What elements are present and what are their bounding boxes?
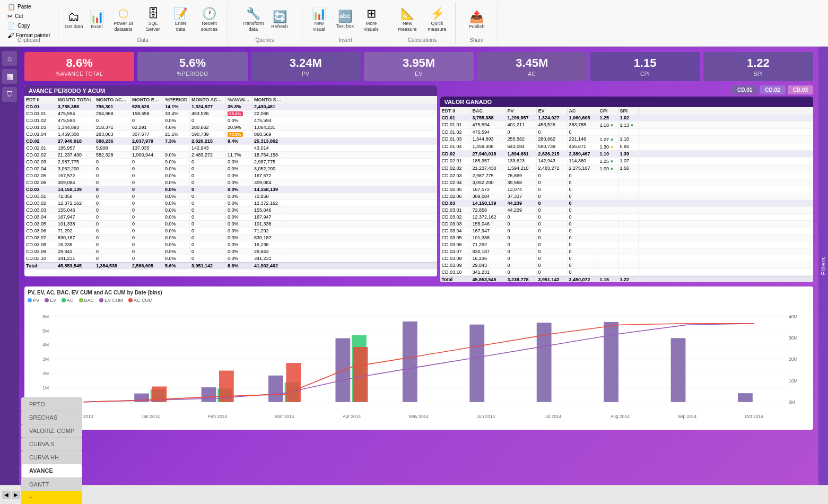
- row-id: CD.02.03: [24, 159, 56, 165]
- more-visuals-button[interactable]: ⊞ More visuals: [358, 7, 385, 33]
- table-row: CD.03.04 167,947 0 0 0: [440, 228, 813, 234]
- row-id: CD.01.01: [24, 110, 56, 117]
- tab-avance[interactable]: AVANCE: [21, 464, 82, 477]
- sidebar-model-icon[interactable]: ⛉: [2, 87, 17, 102]
- copy-button[interactable]: 📄 Copy: [5, 22, 53, 30]
- table-row: CD.02.06 309,084 0 0 0.0% 0 0.0% 309,084: [24, 179, 437, 186]
- svg-text:10M: 10M: [789, 378, 797, 384]
- share-label: Share: [456, 37, 498, 43]
- chart-title: PV, EV, AC, BAC, EV CUM and AC CUM by Da…: [28, 290, 810, 296]
- vg-cpi: [598, 129, 618, 135]
- row-period: 0.0%: [163, 207, 190, 213]
- row-saldo: 2,430,461: [252, 103, 285, 110]
- refresh-button[interactable]: 🔄 Refresh: [269, 10, 290, 30]
- recent-sources-button[interactable]: 🕐 Recent sources: [196, 7, 223, 33]
- table-row: CD.01.03 1,344,893 255,562 280,662 221,1…: [440, 136, 813, 143]
- row-ejecutado: 2,566,605: [130, 263, 163, 269]
- vg-bac: 27,940,018: [471, 151, 506, 157]
- calculations-label: Calculations: [389, 37, 455, 43]
- row-avance: 0.0%: [226, 248, 252, 255]
- vg-spi: [618, 269, 639, 275]
- tab-ppto[interactable]: PPTO: [21, 397, 82, 411]
- new-measure-button[interactable]: 📐 New measure: [394, 7, 421, 33]
- kpi-periodo-label: %PERIODO: [143, 71, 242, 77]
- transform-data-button[interactable]: 🔧 Transform data: [239, 7, 267, 33]
- row-total: 101,338: [56, 221, 94, 227]
- legend-item: EV CUM: [99, 298, 123, 303]
- more-visuals-icon: ⊞: [367, 8, 376, 20]
- row-saldo: 18,754,158: [252, 152, 285, 158]
- row-ejecutado: 0: [130, 228, 163, 234]
- enter-data-button[interactable]: 📝 Enter data: [168, 7, 194, 33]
- tab-brechas[interactable]: BRECHAS: [21, 411, 82, 424]
- quick-measure-button[interactable]: ⚡ Quick measure: [423, 7, 451, 33]
- tab-+[interactable]: +: [21, 491, 82, 504]
- avance-th-4: %PERIOD: [163, 96, 190, 103]
- tab-curva-hh[interactable]: CURVA HH: [21, 450, 82, 464]
- table-row: CD.03.10 341,231 0 0 0: [440, 269, 813, 276]
- kpi-avance-value: 8.6%: [30, 56, 129, 70]
- vg-th-5: CPI: [598, 107, 618, 115]
- row-acum: 3,951,142: [190, 263, 226, 269]
- cd01-button[interactable]: CD.01: [732, 85, 757, 94]
- kpi-pv-label: PV: [256, 71, 355, 77]
- new-visual-icon: 📊: [312, 8, 326, 20]
- power-bi-datasets-button[interactable]: ⬡ Power BI datasets: [109, 7, 138, 33]
- tab-curva-s[interactable]: CURVA S: [21, 437, 82, 450]
- vg-ac: 0: [568, 255, 598, 262]
- row-ejecutado: 0: [130, 159, 163, 165]
- row-id: CD.01.03: [24, 124, 56, 131]
- row-acum-prev: 0: [94, 166, 130, 172]
- queries-label: Queries: [228, 37, 302, 43]
- row-id: CD.03: [24, 186, 56, 193]
- row-period: 4.6%: [163, 124, 190, 131]
- get-data-label: Get data: [65, 24, 83, 29]
- vg-ac: 1,060,605: [568, 115, 598, 121]
- vg-id: CD.02.01: [440, 158, 471, 164]
- cut-button[interactable]: ✂ Cut: [5, 12, 53, 21]
- excel-button[interactable]: 📊 Excel: [88, 10, 107, 30]
- row-avance: 95.4%: [226, 110, 252, 117]
- sidebar-home-icon[interactable]: ⌂: [2, 51, 17, 66]
- kpi-pv: 3.24M PV: [251, 52, 361, 81]
- vg-ev: 0: [537, 129, 568, 135]
- cd02-button[interactable]: CD.02: [760, 85, 785, 94]
- tab-prev-button[interactable]: ◀: [2, 491, 11, 499]
- tab-valoriz-comp[interactable]: VALORIZ. COMP: [21, 424, 82, 437]
- row-acum-prev: 5,908: [94, 145, 130, 151]
- vg-spi: [618, 221, 639, 227]
- chart-svg: Dec 2013Jan 2014Feb 2014Mar 2014Apr 2014…: [28, 305, 810, 419]
- publish-button[interactable]: 📤 Publish: [467, 10, 487, 30]
- kpi-ac-label: AC: [482, 71, 581, 77]
- table-row: CD.03.04 167,947 0 0 0.0% 0 0.0% 167,947: [24, 214, 437, 221]
- tab-next-button[interactable]: ▶: [12, 491, 20, 499]
- sidebar-table-icon[interactable]: ▦: [2, 69, 17, 84]
- text-box-button[interactable]: 🔤 Text box: [334, 10, 356, 30]
- paste-button[interactable]: 📋 Paste: [5, 3, 53, 11]
- vg-cpi: 1.18 ●: [598, 121, 618, 128]
- cd03-button[interactable]: CD.03: [788, 85, 813, 94]
- row-total: 167,947: [56, 214, 94, 220]
- vg-pv: 39,568: [506, 179, 537, 186]
- bottom-tabs: ◀ ▶ PPTOBRECHASVALORIZ. COMPCURVA SCURVA…: [0, 485, 828, 504]
- get-data-button[interactable]: 🗂 Get data: [63, 10, 85, 30]
- new-visual-button[interactable]: 📊 New visual: [307, 7, 332, 33]
- row-total: 21,237,430: [56, 152, 94, 158]
- avance-th-0: EDT II: [24, 96, 56, 103]
- sql-server-button[interactable]: 🗄 SQL Server: [141, 7, 166, 33]
- tab-gantt[interactable]: GANTT: [21, 477, 82, 491]
- vg-ac: 383,788: [568, 121, 598, 128]
- right-sidebar-filters[interactable]: Filters: [818, 47, 828, 485]
- row-acum: 0: [190, 166, 226, 172]
- vg-spi: 1.56: [618, 165, 639, 172]
- vg-cpi: [598, 248, 618, 255]
- vg-pv: 1,594,210: [506, 165, 537, 172]
- legend-item: AC CUM: [128, 298, 153, 303]
- avance-title: AVANCE PERIODO Y ACUM: [29, 88, 105, 94]
- svg-rect-27: [469, 325, 484, 402]
- quick-measure-label: Quick measure: [425, 21, 449, 32]
- vg-ev: 1,324,927: [537, 115, 568, 121]
- vg-pv: 76,869: [506, 172, 537, 179]
- table-row: CD.03.05 101,338 0 0 0.0% 0 0.0% 101,338: [24, 221, 437, 228]
- kpi-avance-total: 8.6% %AVANCE TOTAL: [24, 52, 134, 81]
